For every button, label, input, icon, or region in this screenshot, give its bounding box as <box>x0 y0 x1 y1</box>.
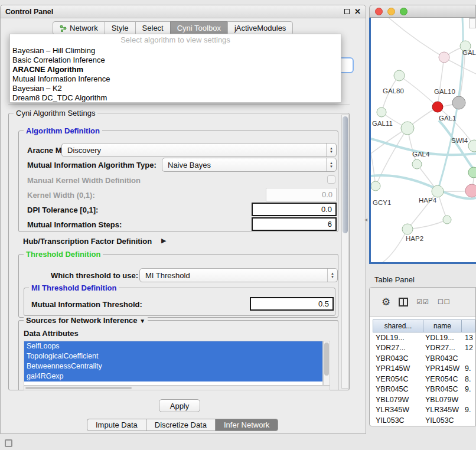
network-canvas[interactable]: GAL GAL80 GAL10 GAL11 GAL1 SWI4 GAL4 GCY… <box>369 18 476 264</box>
collapse-right-icon[interactable]: ▶ <box>161 237 166 244</box>
select-all-icon[interactable]: ☑☑ <box>416 298 429 306</box>
group-divider-line <box>8 105 350 105</box>
sources-group: Sources for Network Inference ▼ Data Att… <box>18 320 338 390</box>
table-row[interactable]: YBR045CYBR045C9. <box>373 384 476 395</box>
mi-steps-label: Mutual Information Steps: <box>27 220 122 229</box>
apply-button[interactable]: Apply <box>159 399 200 412</box>
close-icon[interactable]: ✕ <box>354 8 361 15</box>
kernel-width-input[interactable]: 0.0 <box>266 188 337 201</box>
attributes-list-scrollbar[interactable] <box>323 341 330 386</box>
network-node[interactable] <box>401 122 414 135</box>
node-label: GCY1 <box>373 199 391 206</box>
node-label: HAP4 <box>419 197 437 204</box>
threshold-definition-group: Threshold Definition Which threshold to … <box>18 254 338 318</box>
list-item-topologicalcoefficient[interactable]: TopologicalCoefficient <box>24 351 322 361</box>
table-row[interactable]: YDR27...YDR27...12 <box>373 343 476 354</box>
list-item-gal4rgexp[interactable]: gal4RGexp <box>24 371 322 381</box>
network-node[interactable] <box>443 216 451 224</box>
menu-item-aracne[interactable]: ARACNE Algorithm <box>10 65 341 74</box>
tab-network[interactable]: Network <box>53 21 105 35</box>
minimize-traffic-light-icon[interactable] <box>387 8 395 15</box>
stepper-arrows-icon: ▲▼ <box>326 144 336 156</box>
stepper-arrows-icon: ▲▼ <box>327 269 337 282</box>
attributes-h-scrollbar-thumb[interactable] <box>25 387 132 389</box>
tab-discretize-data[interactable]: Discretize Data <box>146 419 216 431</box>
network-node[interactable] <box>394 70 405 81</box>
tab-select[interactable]: Select <box>135 21 171 35</box>
settings-scrollbar-thumb[interactable] <box>343 116 348 233</box>
close-traffic-light-icon[interactable] <box>375 8 383 15</box>
which-threshold-label: Which threshold to use: <box>51 271 138 280</box>
menu-item-basic-correlation[interactable]: Basic Correlation Inference <box>10 56 341 65</box>
network-graph: GAL GAL80 GAL10 GAL11 GAL1 SWI4 GAL4 GCY… <box>371 18 476 262</box>
network-node[interactable] <box>412 159 422 169</box>
network-node[interactable] <box>468 167 476 178</box>
node-label: GAL10 <box>434 88 455 95</box>
mi-type-select[interactable]: Naive Bayes ▲▼ <box>162 158 337 172</box>
node-label: GAL4 <box>412 151 430 158</box>
table-row[interactable]: YBR043CYBR043C <box>373 353 476 364</box>
attributes-scrollbar-thumb[interactable] <box>324 343 329 376</box>
dpi-tolerance-input[interactable]: 0.0 <box>252 203 337 216</box>
sources-group-title[interactable]: Sources for Network Inference ▼ <box>24 316 148 325</box>
data-attributes-label: Data Attributes <box>24 329 79 338</box>
table-row[interactable]: YLR345WYLR345W9. <box>373 405 476 416</box>
table-row[interactable]: YPR145WYPR145W9. <box>373 364 476 374</box>
network-view-window: GAL GAL80 GAL10 GAL11 GAL1 SWI4 GAL4 GCY… <box>369 5 476 264</box>
manual-kernel-width-label: Manual Kernel Width Definition <box>27 176 141 185</box>
table-row[interactable]: YBL079WYBL079W <box>373 394 476 405</box>
gear-icon[interactable]: ⚙ <box>382 296 390 308</box>
kernel-width-label: Kernel Width (0,1): <box>27 191 95 200</box>
zoom-traffic-light-icon[interactable] <box>400 8 407 15</box>
control-panel-tabs: Network Style Select Cyni Toolbox jActiv… <box>53 21 293 35</box>
attributes-h-scrollbar[interactable] <box>24 386 330 390</box>
control-panel-window: Control Panel ✕ Network Style Select Cyn… <box>0 5 366 434</box>
menu-item-bayesian-k2[interactable]: Bayesian – K2 <box>10 84 341 93</box>
network-node-pink[interactable] <box>465 184 476 197</box>
panel-splitter-handle[interactable]: ◂ <box>364 216 367 223</box>
table-row[interactable]: YDL19...YDL19...13 <box>373 332 476 343</box>
table-row[interactable]: YIL053CYIL053C <box>373 415 476 426</box>
algorithm-definition-title: Algorithm Definition <box>24 126 102 135</box>
data-attributes-list: SelfLoops TopologicalCoefficient Between… <box>24 341 323 386</box>
tab-jactivemodules[interactable]: jActiveModules <box>227 21 293 35</box>
network-node[interactable] <box>468 140 476 152</box>
network-node[interactable] <box>432 185 444 197</box>
manual-kernel-width-checkbox[interactable] <box>327 175 335 184</box>
list-item-betweennesscentrality[interactable]: BetweennessCentrality <box>24 361 322 371</box>
tab-infer-network[interactable]: Infer Network <box>215 419 278 431</box>
table-header-shared-name[interactable]: shared... <box>373 319 423 332</box>
network-node[interactable] <box>377 107 386 117</box>
tab-impute-data[interactable]: Impute Data <box>87 419 146 431</box>
table-header-col3[interactable] <box>461 319 475 332</box>
mi-threshold-input[interactable]: 0.5 <box>250 297 334 311</box>
table-row[interactable]: YER054CYER054C8. <box>373 374 476 384</box>
network-node[interactable] <box>371 181 380 191</box>
column-chooser-icon[interactable] <box>399 298 408 306</box>
table-body: YDL19...YDL19...13 YDR27...YDR27...12 YB… <box>373 332 476 426</box>
settings-scrollbar[interactable] <box>341 115 349 389</box>
menu-item-dream8[interactable]: Dream8 DC_TDC Algorithm <box>10 93 341 103</box>
network-node[interactable] <box>402 224 413 234</box>
mi-steps-input[interactable]: 6 <box>252 217 337 231</box>
which-threshold-select[interactable]: MI Threshold ▲▼ <box>139 268 338 282</box>
network-node-gray[interactable] <box>452 96 465 109</box>
deselect-all-icon[interactable]: ☐☐ <box>438 298 451 306</box>
tab-style[interactable]: Style <box>105 21 136 35</box>
node-label: GAL80 <box>383 87 404 94</box>
panel-dock-icon[interactable] <box>5 439 12 447</box>
menu-item-mutual-information[interactable]: Mutual Information Inference <box>10 74 341 84</box>
network-node-red[interactable] <box>432 102 443 112</box>
hub-definition-label: Hub/Transcription Factor Definition <box>23 237 152 246</box>
threshold-definition-title: Threshold Definition <box>24 250 103 259</box>
table-header-row: shared... name <box>373 319 475 332</box>
float-window-icon[interactable] <box>344 9 350 14</box>
network-scrollbar[interactable] <box>469 18 476 28</box>
menu-item-bayesian-hill-climbing[interactable]: Bayesian – Hill Climbing <box>10 46 341 56</box>
tab-cyni-toolbox[interactable]: Cyni Toolbox <box>170 21 228 35</box>
aracne-mode-select[interactable]: Discovery ▲▼ <box>61 143 337 157</box>
table-header-name[interactable]: name <box>423 319 462 332</box>
node-label: HAP2 <box>406 235 423 242</box>
list-item-selfloops[interactable]: SelfLoops <box>24 341 322 351</box>
network-node[interactable] <box>439 52 449 63</box>
